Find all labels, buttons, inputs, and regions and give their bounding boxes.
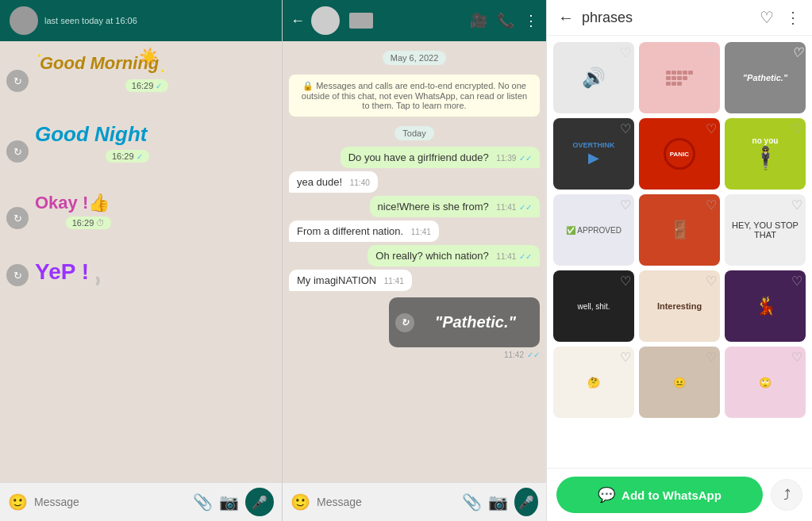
sticker-cell[interactable]: ✅ APPROVED ♡ [553, 194, 634, 266]
share-icon[interactable]: ↻ [6, 140, 29, 163]
heart-button[interactable]: ♡ [706, 45, 717, 60]
panic-button-sticker: PANIC [664, 138, 695, 170]
back-button[interactable]: ← [558, 9, 574, 27]
menu-icon[interactable]: ⋮ [524, 12, 538, 29]
heart-button[interactable]: ♡ [706, 350, 717, 365]
back-button[interactable]: ← [291, 13, 305, 29]
message-input[interactable] [34, 496, 187, 508]
encryption-notice[interactable]: 🔒 Messages and calls are end-to-end encr… [289, 75, 540, 117]
list-item: ↻ ☀️ ✦ ✦ Good Morning 16:29 ✓ [6, 49, 275, 92]
pathetic-text: "Pathetic." [435, 313, 516, 331]
camera-icon[interactable]: 📷 [219, 492, 239, 511]
sticker-cell[interactable]: 😐 ♡ [639, 347, 720, 418]
time-text: 16:29 [72, 218, 94, 228]
sticker-cell[interactable]: ♡ [639, 42, 720, 113]
panel3-header: ← phrases ♡ ⋮ [547, 0, 812, 36]
heart-button[interactable]: ♡ [791, 274, 802, 289]
message-text: nice!Where is she from? [378, 201, 489, 213]
camera-icon[interactable]: 📷 [488, 492, 508, 511]
no-you-sticker: no you 🕴 [752, 136, 779, 171]
message-time: 11:41 [384, 277, 404, 285]
timestamp-good-morning: 16:29 ✓ [125, 79, 169, 92]
message-received: My imagiNATION 11:41 [289, 270, 412, 291]
heart-button[interactable]: ♡ [620, 45, 631, 60]
timestamp-good-night: 16:29 ✓ [106, 150, 149, 163]
star-deco: ✦ [37, 52, 42, 59]
panel1-footer: 🙂 📎 📷 🎤 [0, 482, 282, 521]
attachment-icon[interactable]: 📎 [193, 492, 213, 511]
voice-call-icon[interactable]: 📞 [497, 12, 514, 29]
sticker-cell[interactable]: Interesting ♡ [639, 270, 720, 342]
sticker-misc3: 🙄 [756, 374, 775, 392]
approved-sticker: ✅ APPROVED [563, 223, 625, 238]
sticker-check: ✓✓ [527, 351, 540, 359]
sticker-cell[interactable]: "Pathetic." ♡ [725, 42, 806, 113]
heart-button[interactable]: ♡ [791, 121, 802, 136]
sticker-cell[interactable]: HEY, YOU STOP THAT ♡ [725, 194, 806, 266]
check-icon: ✓ [156, 82, 162, 90]
time-text: 16:29 [132, 81, 154, 90]
sticker-bubble: ☀️ ✦ ✦ Good Morning [33, 49, 168, 78]
video-call-icon[interactable]: 🎥 [470, 12, 487, 29]
add-to-whatsapp-button[interactable]: 💬 Add to WhatsApp [556, 477, 763, 513]
heart-icon[interactable]: ♡ [760, 8, 774, 27]
sticker-cell[interactable]: 🤔 ♡ [553, 347, 634, 418]
heart-button[interactable]: ♡ [706, 197, 717, 213]
mic-button[interactable]: 🎤 [245, 488, 274, 516]
volume-sticker: 🔊 [582, 67, 606, 89]
emoji-icon[interactable]: 🙂 [291, 492, 310, 511]
check-icon: ✓✓ [519, 203, 532, 212]
star-deco2: ✦ [160, 68, 165, 75]
share-icon[interactable]: ↻ [6, 207, 29, 229]
heart-button[interactable]: ♡ [620, 121, 631, 136]
sticker-cell[interactable]: PANIC ♡ [639, 118, 720, 190]
avatar [10, 6, 38, 35]
heart-button[interactable]: ♡ [791, 197, 802, 213]
well-shit-sticker: well, shit. [574, 299, 613, 314]
overthink-sticker: OVERTHINK ▶ [572, 141, 614, 167]
list-item: ↻ Okay !👍 16:29 ⏱ [6, 191, 275, 229]
sticker-cell[interactable]: 🚪 ♡ [639, 194, 720, 266]
menu-icon[interactable]: ⋮ [785, 8, 801, 27]
message-time: 11:41 [411, 228, 431, 236]
sticker-cell[interactable]: no you 🕴 ♡ [725, 118, 806, 190]
message-input[interactable] [317, 496, 456, 508]
share-icon[interactable]: ↻ [6, 70, 29, 92]
share-button[interactable]: ⤴ [771, 479, 802, 511]
share-icon[interactable]: ↻ [6, 264, 29, 286]
pathetic-sticker-text: "Pathetic." [743, 73, 787, 82]
sticker-time: 11:42 [504, 351, 524, 359]
check-icon: ✓✓ [519, 154, 532, 163]
sticker-good-morning: ☀️ ✦ ✦ Good Morning 16:29 ✓ [33, 49, 168, 92]
sticker-cell[interactable]: 🔊 ♡ [553, 42, 634, 113]
heart-button[interactable]: ♡ [620, 350, 631, 365]
sticker-bubble-gn: Good Night [33, 121, 149, 148]
time-text: 16:29 [112, 151, 134, 161]
emoji-icon[interactable]: 🙂 [8, 492, 28, 511]
attachment-icon[interactable]: 📎 [462, 492, 482, 511]
sticker-cell[interactable]: OVERTHINK ▶ ♡ [553, 118, 634, 190]
sticker-cell[interactable]: well, shit. ♡ [553, 270, 634, 342]
message-time: 11:40 [350, 178, 370, 187]
heart-button[interactable]: ♡ [620, 197, 631, 213]
heart-button[interactable]: ♡ [620, 274, 631, 289]
list-item: ↻ "Pathetic." [289, 297, 540, 347]
mic-button[interactable]: 🎤 [514, 488, 538, 516]
sticker-bubble-yep: YeP ! [33, 258, 90, 286]
panel2-header: ← 🎥 📞 ⋮ [283, 0, 546, 41]
sticker-cell[interactable]: 🙄 ♡ [725, 347, 806, 418]
sticker-share-btn[interactable]: ↻ [395, 313, 414, 332]
timestamp-okay: 16:29 ⏱ [66, 216, 112, 229]
heart-button[interactable]: ♡ [706, 274, 717, 289]
heart-button[interactable]: ♡ [791, 350, 802, 365]
sun-icon: ☀️ [139, 47, 159, 66]
message-time: 11:41 [496, 252, 516, 261]
message-received: From a different nation. 11:41 [289, 220, 439, 242]
hey-you-sticker: HEY, YOU STOP THAT [725, 217, 806, 243]
heart-button[interactable]: ♡ [706, 121, 717, 136]
sticker-cell[interactable]: 💃 ♡ [725, 270, 806, 342]
message-time: 11:41 [496, 203, 516, 212]
message-sent: Oh really? which nation? 11:41 ✓✓ [368, 245, 540, 266]
heart-button[interactable]: ♡ [791, 45, 802, 60]
sticker-panel: last seen today at 16:06 ↻ ☀️ ✦ ✦ Good M… [0, 0, 282, 521]
